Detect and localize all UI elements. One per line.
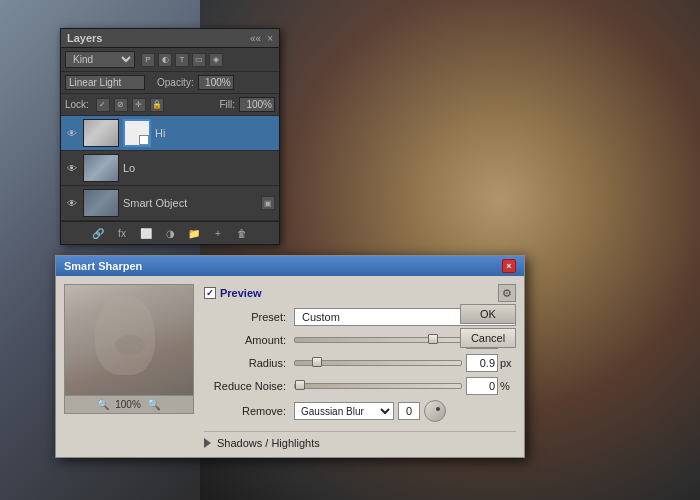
radius-label: Radius:	[204, 357, 294, 369]
dialog-preview[interactable]: 🔍 100% 🔍	[64, 284, 194, 414]
kind-icon-pixel[interactable]: P	[141, 53, 155, 67]
dialog-title: Smart Sharpen	[64, 260, 142, 272]
noise-thumb[interactable]	[295, 380, 305, 390]
noise-slider[interactable]	[294, 383, 462, 389]
dialog-body: 🔍 100% 🔍 ✓ Preview ⚙ Preset: Custom Def	[56, 276, 524, 457]
noise-input[interactable]	[466, 377, 498, 395]
noise-label: Reduce Noise:	[204, 380, 294, 392]
layers-link-btn[interactable]: 🔗	[90, 225, 106, 241]
ok-button[interactable]: OK	[460, 304, 516, 324]
layers-delete-btn[interactable]: 🗑	[234, 225, 250, 241]
layers-fx-btn[interactable]: fx	[114, 225, 130, 241]
remove-label: Remove:	[204, 405, 294, 417]
kind-icon-smart[interactable]: ◈	[209, 53, 223, 67]
preview-checkbox-row[interactable]: ✓ Preview	[204, 287, 262, 299]
remove-angle-input[interactable]	[398, 402, 420, 420]
layers-new-btn[interactable]: +	[210, 225, 226, 241]
layer-name-lo: Lo	[123, 162, 275, 174]
layers-folder-btn[interactable]: 📁	[186, 225, 202, 241]
gear-button[interactable]: ⚙	[498, 284, 516, 302]
cancel-button[interactable]: Cancel	[460, 328, 516, 348]
radius-row: Radius: px	[204, 354, 516, 372]
opacity-row: Linear Light Opacity:	[61, 72, 279, 94]
amount-slider[interactable]	[294, 337, 462, 343]
noise-row: Reduce Noise: %	[204, 377, 516, 395]
shadow-label: Shadows / Highlights	[217, 437, 320, 449]
radius-thumb[interactable]	[312, 357, 322, 367]
layer-row-lo[interactable]: 👁 Lo	[61, 151, 279, 186]
lock-check-icon[interactable]: ✓	[96, 98, 110, 112]
opacity-input[interactable]	[198, 75, 234, 90]
layers-close-btn[interactable]: ×	[267, 33, 273, 44]
ctrl-top-row: ✓ Preview ⚙	[204, 284, 516, 302]
layer-name-hi: Hi	[155, 127, 275, 139]
shadow-highlights-row[interactable]: Shadows / Highlights	[204, 431, 516, 449]
layers-collapse-btn[interactable]: ««	[250, 33, 261, 44]
radius-input[interactable]	[466, 354, 498, 372]
preview-image	[65, 285, 193, 413]
lock-all-icon[interactable]: 🔒	[150, 98, 164, 112]
layers-title: Layers	[67, 32, 102, 44]
layer-eye-lo[interactable]: 👁	[65, 161, 79, 175]
smart-object-icon: ▣	[261, 196, 275, 210]
layers-kind-icons: P ◐ T ▭ ◈	[141, 53, 223, 67]
noise-unit: %	[498, 380, 516, 392]
fill-label: Fill:	[219, 99, 235, 110]
kind-icon-adjust[interactable]: ◐	[158, 53, 172, 67]
radius-slider[interactable]	[294, 360, 462, 366]
dialog-titlebar: Smart Sharpen ×	[56, 256, 524, 276]
layers-mask-btn[interactable]: ⬜	[138, 225, 154, 241]
amount-thumb[interactable]	[428, 334, 438, 344]
layer-eye-so[interactable]: 👁	[65, 196, 79, 210]
layers-kind-select[interactable]: Kind	[65, 51, 135, 68]
lock-pixel-icon[interactable]: ⊘	[114, 98, 128, 112]
zoom-in-icon[interactable]: 🔍	[147, 398, 161, 411]
kind-icon-type[interactable]: T	[175, 53, 189, 67]
layer-row-smart-object[interactable]: 👁 Smart Object ▣	[61, 186, 279, 221]
opacity-label: Opacity:	[157, 77, 194, 88]
blend-mode-select[interactable]: Linear Light	[65, 75, 145, 90]
preview-zoom-bar: 🔍 100% 🔍	[65, 395, 193, 413]
lock-row: Lock: ✓ ⊘ ✛ 🔒 Fill:	[61, 94, 279, 116]
zoom-out-icon[interactable]: 🔍	[97, 399, 109, 410]
smart-sharpen-dialog: Smart Sharpen × 🔍 100% 🔍 ✓ Preview	[55, 255, 525, 458]
remove-select[interactable]: Gaussian Blur Lens Blur Motion Blur	[294, 402, 394, 420]
dialog-buttons: OK Cancel	[460, 304, 516, 348]
lock-move-icon[interactable]: ✛	[132, 98, 146, 112]
layer-thumb-hi	[83, 119, 119, 147]
layers-title-controls: «« ×	[250, 33, 273, 44]
radius-unit: px	[498, 357, 516, 369]
dialog-close-btn[interactable]: ×	[502, 259, 516, 273]
preset-label: Preset:	[204, 311, 294, 323]
preview-checkbox[interactable]: ✓	[204, 287, 216, 299]
layers-kind-row: Kind P ◐ T ▭ ◈	[61, 48, 279, 72]
layers-titlebar: Layers «« ×	[61, 29, 279, 48]
preview-label: Preview	[220, 287, 262, 299]
fill-input[interactable]	[239, 97, 275, 112]
zoom-level: 100%	[115, 399, 141, 410]
layer-row-hi[interactable]: 👁 Hi	[61, 116, 279, 151]
layers-adj-btn[interactable]: ◑	[162, 225, 178, 241]
layer-eye-hi[interactable]: 👁	[65, 126, 79, 140]
kind-icon-shape[interactable]: ▭	[192, 53, 206, 67]
shadow-triangle-icon	[204, 438, 211, 448]
remove-dial[interactable]	[424, 400, 446, 422]
lock-label: Lock:	[65, 99, 89, 110]
remove-row: Remove: Gaussian Blur Lens Blur Motion B…	[204, 400, 516, 422]
layers-panel: Layers «« × Kind P ◐ T ▭ ◈ Linear Light …	[60, 28, 280, 245]
amount-label: Amount:	[204, 334, 294, 346]
layer-thumb-lo	[83, 154, 119, 182]
layer-mask-hi	[123, 119, 151, 147]
layer-name-so: Smart Object	[123, 197, 257, 209]
layers-bottom: 🔗 fx ⬜ ◑ 📁 + 🗑	[61, 221, 279, 244]
layer-thumb-so	[83, 189, 119, 217]
